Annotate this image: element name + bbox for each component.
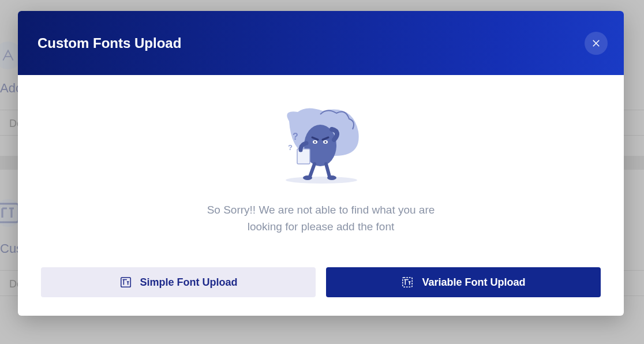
close-icon <box>591 38 601 48</box>
svg-text:?: ? <box>288 143 293 152</box>
button-label: Simple Font Upload <box>140 276 238 289</box>
svg-point-5 <box>314 141 316 143</box>
svg-point-10 <box>303 175 312 180</box>
svg-text:?: ? <box>293 132 298 141</box>
svg-rect-12 <box>121 278 130 287</box>
modal-header: Custom Fonts Upload <box>18 11 624 75</box>
svg-point-6 <box>324 141 326 143</box>
not-found-illustration: ? ? <box>272 104 370 185</box>
button-label: Variable Font Upload <box>422 276 525 289</box>
close-button[interactable] <box>585 32 608 55</box>
modal-title: Custom Fonts Upload <box>38 35 181 51</box>
modal-actions: Simple Font Upload Variable Font Upload <box>41 267 601 297</box>
empty-state-message: So Sorry!! We are not able to find what … <box>188 202 454 235</box>
custom-fonts-upload-modal: Custom Fonts Upload <box>18 11 624 316</box>
simple-font-upload-button[interactable]: Simple Font Upload <box>41 267 316 297</box>
svg-point-1 <box>286 177 357 184</box>
svg-rect-13 <box>403 278 413 287</box>
font-file-icon <box>119 276 132 289</box>
svg-point-11 <box>327 175 336 180</box>
variable-font-upload-button[interactable]: Variable Font Upload <box>326 267 601 297</box>
font-file-icon <box>401 276 414 289</box>
modal-body: ? ? So Sorry!! We are not able to find w… <box>18 75 624 316</box>
